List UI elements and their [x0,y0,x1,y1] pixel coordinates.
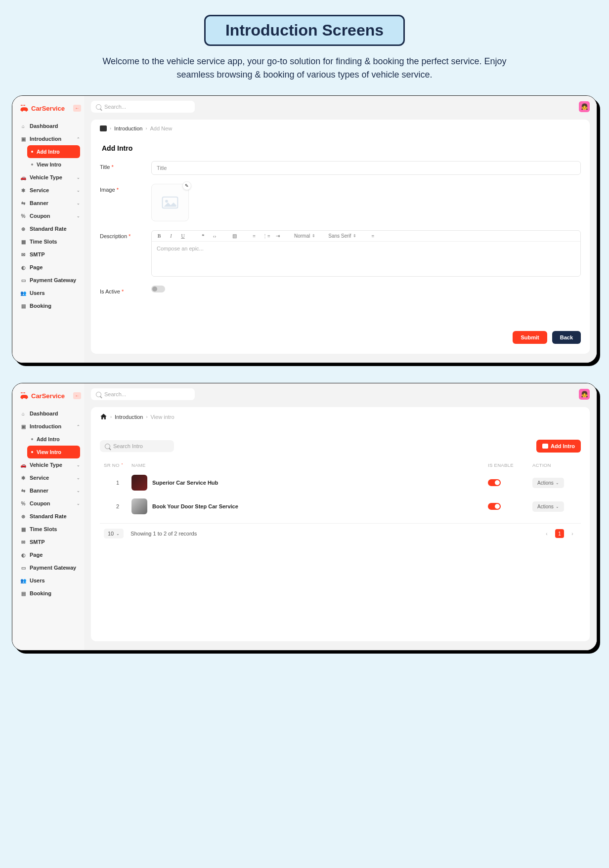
is-active-label: Is Active * [100,286,143,294]
user-avatar[interactable]: 👧 [579,389,590,400]
breadcrumb-home-icon[interactable] [100,413,107,421]
breadcrumb-root[interactable]: Introduction [114,125,142,131]
sidebar-item-vehicle-type[interactable]: 🚗Vehicle Type⌄ [16,171,84,184]
dot-icon [31,438,33,440]
gear-icon: ✱ [20,475,26,481]
records-text: Showing 1 to 2 of 2 records [130,531,197,537]
actions-dropdown[interactable]: Actions ⌄ [532,501,564,512]
svg-point-2 [24,105,25,106]
sidebar-item-payment-gateway[interactable]: ▭Payment Gateway [16,274,84,287]
search-input[interactable]: Search... [91,101,195,113]
sidebar-item-introduction[interactable]: ▣Introduction⌃ [16,132,84,145]
enable-toggle[interactable] [488,503,501,510]
sidebar-item-service[interactable]: ✱Service⌄ [16,471,84,484]
logo-row: CarService ← [16,102,84,119]
chevron-down-icon: ⌄ [77,476,80,480]
rate-icon: ⊛ [20,513,26,519]
font-select[interactable]: Sans Serif ⇕ [328,233,356,239]
sidebar-item-view-intro[interactable]: View Intro [27,158,84,171]
image-upload[interactable]: ✎ [151,184,189,221]
sidebar-item-add-intro[interactable]: Add Intro [27,433,84,446]
sidebar-item-vehicle-type[interactable]: 🚗Vehicle Type⌄ [16,458,84,471]
page-prev[interactable]: ‹ [542,529,551,538]
sidebar-item-dashboard[interactable]: ⌂Dashboard [16,407,84,420]
nav: ⌂Dashboard ▣Introduction⌃ Add Intro View… [16,407,84,600]
dot-icon [31,451,33,453]
page-number[interactable]: 1 [555,529,564,538]
sidebar-item-time-slots[interactable]: ▦Time Slots [16,523,84,536]
sidebar-item-page[interactable]: ◐Page [16,548,84,561]
rte-textarea[interactable]: Compose an epic... [152,242,580,276]
code-button[interactable]: ‹› [211,233,218,239]
image-button[interactable]: ▧ [231,233,238,239]
is-active-toggle[interactable] [151,286,165,292]
sidebar-item-smtp[interactable]: ✉SMTP [16,536,84,548]
sidebar-item-add-intro[interactable]: Add Intro [27,145,80,158]
quote-button[interactable]: ❝ [199,233,206,239]
per-page-select[interactable]: 10⌄ [104,529,124,538]
svg-point-0 [21,105,22,106]
enable-toggle[interactable] [488,479,501,486]
sidebar-item-users[interactable]: 👥Users [16,574,84,587]
ordered-list-button[interactable]: ≡ [251,233,258,239]
col-name[interactable]: NAME [131,462,488,468]
sidebar-item-page[interactable]: ◐Page [16,261,84,274]
indent-button[interactable]: ⇥ [274,233,281,239]
search-input[interactable]: Search... [91,388,195,400]
sidebar-collapse-button[interactable]: ← [73,105,81,112]
sidebar-item-time-slots[interactable]: ▦Time Slots [16,235,84,248]
unordered-list-button[interactable]: ⋮≡ [262,233,269,239]
sidebar-collapse-button[interactable]: ← [73,392,81,399]
submit-button[interactable]: Submit [513,331,547,344]
row-name-cell: Superior Car Service Hub [131,475,488,491]
sort-asc-icon: ˄ [121,463,123,467]
sidebar-item-banner[interactable]: ⇆Banner⌄ [16,197,84,209]
sidebar-item-dashboard[interactable]: ⌂Dashboard [16,120,84,132]
breadcrumb-root[interactable]: Introduction [115,414,143,420]
sidebar-item-service[interactable]: ✱Service⌄ [16,184,84,197]
sidebar-item-view-intro[interactable]: View Intro [27,446,80,458]
col-sr[interactable]: SR NO˄ [104,462,131,468]
page-next[interactable]: › [568,529,577,538]
sidebar-item-payment-gateway[interactable]: ▭Payment Gateway [16,561,84,574]
rich-text-editor: B I U ❝ ‹› ▧ ≡ ⋮≡ ⇥ [151,230,581,277]
svg-point-4 [25,110,27,112]
description-label: Description * [100,230,143,277]
sidebar-item-standard-rate[interactable]: ⊛Standard Rate [16,510,84,523]
user-avatar[interactable]: 👧 [579,101,590,112]
sidebar-item-booking[interactable]: ▤Booking [16,587,84,600]
sidebar: CarService ← ⌂Dashboard ▣Introduction⌃ A… [12,383,84,650]
screenshot-add-intro: CarService ← ⌂Dashboard ▣Introduction⌃ A… [12,95,597,363]
italic-button[interactable]: I [168,233,174,239]
chevron-down-icon: ⌄ [77,214,80,218]
breadcrumb-home-icon[interactable] [100,125,107,131]
list-search-input[interactable]: Search Intro [100,440,174,452]
heading-select[interactable]: Normal ⇕ [294,233,315,239]
sidebar-item-coupon[interactable]: %Coupon⌄ [16,497,84,510]
table-row: 1 Superior Car Service Hub Actions ⌄ [100,471,581,495]
image-edit-button[interactable]: ✎ [182,181,191,190]
svg-point-9 [24,392,25,393]
back-button[interactable]: Back [552,331,581,344]
title-input[interactable]: Title [151,161,581,175]
align-button[interactable]: ≡ [369,233,376,239]
bold-button[interactable]: B [156,233,163,239]
sidebar-item-users[interactable]: 👥Users [16,287,84,299]
image-label: Image * [100,184,143,221]
chevron-right-icon: › [110,126,111,131]
sidebar-item-booking[interactable]: ▤Booking [16,299,84,312]
actions-dropdown[interactable]: Actions ⌄ [532,478,564,488]
sidebar-item-standard-rate[interactable]: ⊛Standard Rate [16,222,84,235]
sidebar-item-smtp[interactable]: ✉SMTP [16,248,84,261]
main-area: Search... 👧 › Introduction › Add New Add… [84,96,597,363]
home-icon: ⌂ [20,411,26,416]
underline-button[interactable]: U [179,233,186,239]
booking-icon: ▤ [20,590,26,596]
topbar: Search... 👧 [91,388,590,400]
sidebar-item-coupon[interactable]: %Coupon⌄ [16,209,84,222]
chevron-down-icon: ⌄ [77,188,80,193]
sidebar-item-banner[interactable]: ⇆Banner⌄ [16,484,84,497]
sidebar-item-introduction[interactable]: ▣Introduction⌃ [16,420,84,433]
chevron-right-icon: › [146,414,147,419]
add-intro-button[interactable]: Add Intro [536,440,581,453]
